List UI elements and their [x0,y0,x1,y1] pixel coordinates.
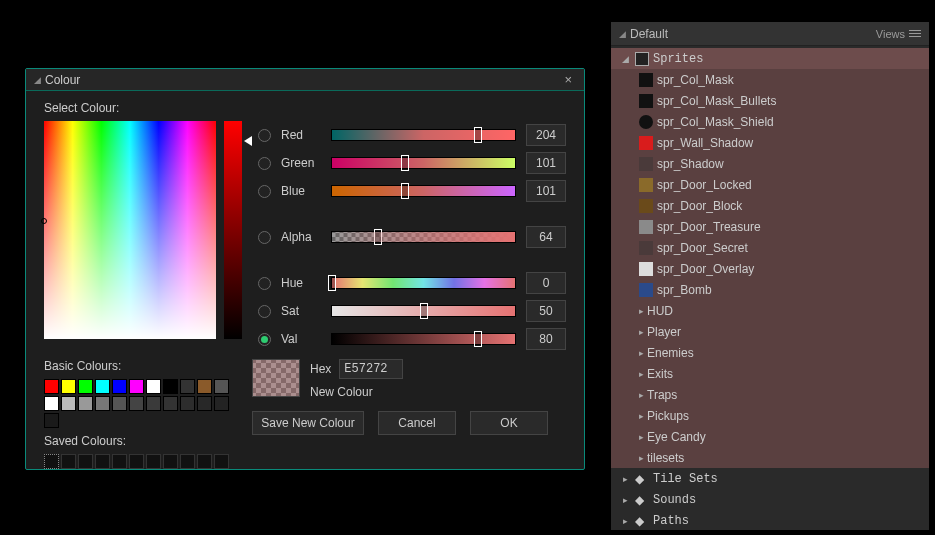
tree-folder[interactable]: ▸Exits [611,363,929,384]
saved-swatch[interactable] [112,454,127,469]
colour-swatch[interactable] [180,379,195,394]
colour-swatch[interactable] [95,396,110,411]
colour-swatch[interactable] [44,379,59,394]
colour-swatch[interactable] [146,396,161,411]
saved-swatch[interactable] [163,454,178,469]
radio-val[interactable] [258,333,271,346]
colour-spectrum[interactable] [44,121,216,339]
radio-blue[interactable] [258,185,271,198]
tree-label: HUD [647,304,673,318]
dialog-titlebar[interactable]: ◢ Colour × [26,69,584,91]
tree-folder[interactable]: ▸Eye Candy [611,426,929,447]
tree-item-sprite[interactable]: spr_Door_Block [611,195,929,216]
cancel-button[interactable]: Cancel [378,411,456,435]
tree-root[interactable]: ▸◆Tile Sets [611,468,929,489]
tree-folder[interactable]: ▸HUD [611,300,929,321]
colour-swatch[interactable] [112,379,127,394]
colour-swatch[interactable] [214,396,229,411]
tree-folder[interactable]: ▸Pickups [611,405,929,426]
saved-swatch[interactable] [44,454,59,469]
colour-swatch[interactable] [197,396,212,411]
hex-input[interactable] [339,359,403,379]
views-menu[interactable]: Views [876,28,921,40]
colour-swatch[interactable] [163,379,178,394]
saved-swatch[interactable] [146,454,161,469]
slider-thumb[interactable] [401,155,409,171]
tree-item-sprite[interactable]: spr_Door_Secret [611,237,929,258]
colour-swatch[interactable] [61,379,76,394]
tree-item-sprite[interactable]: spr_Bomb [611,279,929,300]
colour-swatch[interactable] [61,396,76,411]
saved-swatch[interactable] [95,454,110,469]
colour-swatch[interactable] [146,379,161,394]
slider-thumb[interactable] [474,331,482,347]
value-bar[interactable] [224,121,242,339]
tree-item-sprite[interactable]: spr_Door_Treasure [611,216,929,237]
value-input-red[interactable] [526,124,566,146]
tree-item-sprite[interactable]: spr_Col_Mask_Shield [611,111,929,132]
colour-swatch[interactable] [44,396,59,411]
value-input-blue[interactable] [526,180,566,202]
colour-swatch[interactable] [180,396,195,411]
colour-swatch[interactable] [78,396,93,411]
colour-swatch[interactable] [129,396,144,411]
tree-root-sprites[interactable]: ◢ Sprites [611,48,929,69]
colour-swatch[interactable] [129,379,144,394]
radio-sat[interactable] [258,305,271,318]
spectrum-crosshair[interactable] [41,218,47,224]
slider-hue[interactable] [331,277,516,289]
tree-folder[interactable]: ▸tilesets [611,447,929,468]
slider-sat[interactable] [331,305,516,317]
close-icon[interactable]: × [560,72,576,87]
tree-item-sprite[interactable]: spr_Col_Mask [611,69,929,90]
tree-folder[interactable]: ▸Traps [611,384,929,405]
chevron-right-icon: ▸ [635,327,647,337]
colour-swatch[interactable] [95,379,110,394]
slider-val[interactable] [331,333,516,345]
value-input-alpha[interactable] [526,226,566,248]
tree-item-sprite[interactable]: spr_Col_Mask_Bullets [611,90,929,111]
slider-alpha[interactable] [331,231,516,243]
tree-item-sprite[interactable]: spr_Door_Locked [611,174,929,195]
tree-item-sprite[interactable]: spr_Wall_Shadow [611,132,929,153]
radio-red[interactable] [258,129,271,142]
saved-swatch[interactable] [197,454,212,469]
tree-item-sprite[interactable]: spr_Shadow [611,153,929,174]
saved-swatch[interactable] [78,454,93,469]
colour-swatch[interactable] [78,379,93,394]
value-input-green[interactable] [526,152,566,174]
saved-swatch[interactable] [61,454,76,469]
save-new-colour-button[interactable]: Save New Colour [252,411,364,435]
value-input-val[interactable] [526,328,566,350]
ok-button[interactable]: OK [470,411,548,435]
radio-alpha[interactable] [258,231,271,244]
colour-swatch[interactable] [44,413,59,428]
tree-root[interactable]: ▸◆Sounds [611,489,929,510]
slider-thumb[interactable] [328,275,336,291]
value-input-sat[interactable] [526,300,566,322]
tree-root[interactable]: ▸◆Paths [611,510,929,531]
radio-green[interactable] [258,157,271,170]
colour-swatch[interactable] [214,379,229,394]
slider-thumb[interactable] [374,229,382,245]
value-marker[interactable] [244,136,252,146]
collapse-icon[interactable]: ◢ [619,29,626,39]
saved-swatch[interactable] [180,454,195,469]
slider-green[interactable] [331,157,516,169]
slider-thumb[interactable] [420,303,428,319]
colour-swatch[interactable] [112,396,127,411]
saved-swatch[interactable] [214,454,229,469]
saved-swatch[interactable] [129,454,144,469]
tree-item-sprite[interactable]: spr_Door_Overlay [611,258,929,279]
colour-swatch[interactable] [197,379,212,394]
slider-blue[interactable] [331,185,516,197]
colour-swatch[interactable] [163,396,178,411]
tree-folder[interactable]: ▸Enemies [611,342,929,363]
slider-red[interactable] [331,129,516,141]
tree-folder[interactable]: ▸Player [611,321,929,342]
value-input-hue[interactable] [526,272,566,294]
sprite-icon [639,199,653,213]
radio-hue[interactable] [258,277,271,290]
slider-thumb[interactable] [401,183,409,199]
slider-thumb[interactable] [474,127,482,143]
